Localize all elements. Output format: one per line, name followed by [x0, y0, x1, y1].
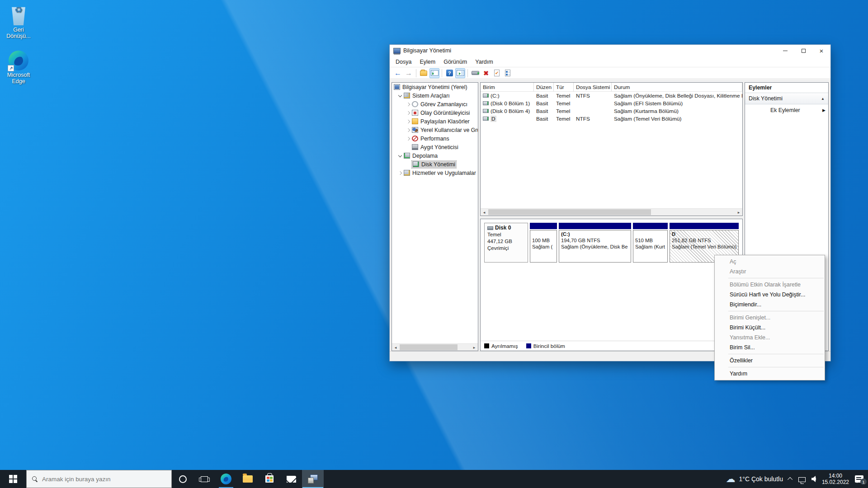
task-view-button[interactable] [193, 470, 215, 488]
cell-birim: D [491, 116, 496, 122]
toolbar: ← → ? ✖ [390, 67, 830, 79]
disk0-type: Temel [487, 231, 525, 238]
shortcut-arrow-icon: ↗ [8, 65, 14, 71]
back-button[interactable]: ← [393, 68, 403, 78]
column-dosya-sistemi[interactable]: Dosya Sistemi [574, 83, 612, 91]
tree-item-performans[interactable]: Performans [392, 134, 478, 143]
desktop-icon-recycle-bin[interactable]: ♻ Geri Dönüşü... [3, 6, 34, 39]
tree-item-olay-goruntuleyicisi[interactable]: Olay Görüntüleyicisi [392, 108, 478, 117]
computer-management-icon [308, 474, 318, 483]
column-durum[interactable]: Durum [612, 83, 742, 91]
check-button[interactable] [492, 68, 502, 78]
microsoft-store-button[interactable] [259, 470, 280, 488]
tree-item-hizmetler[interactable]: Hizmetler ve Uygulamalar [392, 169, 478, 177]
tree-item-yerel-kullanicilar[interactable]: Yerel Kullanıcılar ve Gru [392, 126, 478, 134]
tree-item-paylasilan-klasorler[interactable]: Paylaşılan Klasörler [392, 117, 478, 126]
menu-item-yansitma-ekle: Yansıtma Ekle... [715, 333, 825, 343]
tree-item-root[interactable]: Bilgisayar Yönetimi (Yerel) [392, 83, 478, 91]
menu-yardim[interactable]: Yardım [471, 57, 497, 67]
start-button[interactable] [0, 470, 26, 488]
tree-label: Performans [420, 136, 449, 142]
taskbar-search[interactable] [26, 470, 172, 488]
forward-button[interactable]: → [404, 68, 414, 78]
table-row[interactable]: (C:) Basit Temel NTFS Sağlam (Önyükleme,… [481, 92, 742, 99]
volume-icon [483, 117, 489, 121]
table-row[interactable]: (Disk 0 Bölüm 1) Basit Temel Sağlam (EFI… [481, 99, 742, 107]
menu-gorunum[interactable]: Görünüm [439, 57, 471, 67]
chevron-right-icon[interactable] [405, 103, 412, 106]
cell-duzen: Basit [534, 100, 554, 107]
column-birim[interactable]: Birim [481, 83, 534, 91]
partition-title: (C:) [561, 231, 629, 237]
search-input[interactable] [42, 476, 166, 483]
chevron-down-icon[interactable] [396, 95, 404, 97]
actions-item-ek-eylemler[interactable]: Ek Eylemler ▶ [745, 104, 828, 116]
volume-list-horizontal-scrollbar[interactable]: ◂ ▸ [481, 208, 742, 216]
delete-button[interactable]: ✖ [481, 68, 491, 78]
tree-label: Hizmetler ve Uygulamalar [412, 170, 476, 176]
disk-tool-button[interactable] [470, 68, 480, 78]
taskbar-edge-button[interactable] [215, 470, 237, 488]
weather-widget[interactable]: ☁ 1°C Çok bulutlu [726, 474, 783, 483]
scroll-right-arrow-icon[interactable]: ▸ [735, 209, 742, 216]
tree-item-gorev-zamanlayici[interactable]: Görev Zamanlayıcı [392, 100, 478, 108]
tree-item-aygit-yoneticisi[interactable]: Aygıt Yöneticisi [392, 143, 478, 151]
menu-item-birim-sil[interactable]: Birim Sil... [715, 343, 825, 352]
menu-item-surucu-harfi[interactable]: Sürücü Harfi ve Yolu Değiştir... [715, 290, 825, 300]
menu-dosya[interactable]: Dosya [392, 57, 415, 67]
system-tray: ☁ 1°C Çok bulutlu 14:00 15.02.2022 1 [726, 470, 868, 488]
export-list-button[interactable] [419, 68, 429, 78]
actions-group-label: Disk Yönetimi [749, 95, 821, 102]
scroll-left-arrow-icon[interactable]: ◂ [392, 344, 399, 351]
chevron-down-icon[interactable] [396, 155, 404, 157]
menu-item-birimi-kucult[interactable]: Birimi Küçült... [715, 323, 825, 333]
window-title: Bilgisayar Yönetimi [403, 47, 776, 54]
actions-group-disk-yonetimi[interactable]: Disk Yönetimi ▲ [745, 93, 828, 104]
chevron-right-icon[interactable] [405, 137, 412, 140]
close-button[interactable]: × [812, 45, 830, 56]
network-icon[interactable] [798, 477, 806, 482]
help-button[interactable]: ? [444, 68, 454, 78]
properties-button[interactable] [503, 68, 513, 78]
collapse-arrow-icon[interactable]: ▲ [821, 97, 825, 101]
menu-item-ozellikler[interactable]: Özellikler [715, 356, 825, 366]
volume-button[interactable] [811, 476, 816, 482]
scroll-left-arrow-icon[interactable]: ◂ [481, 209, 488, 216]
console-tree-toggle-button[interactable] [429, 68, 439, 78]
action-center-button[interactable]: 1 [855, 475, 863, 483]
taskbar-clock[interactable]: 14:00 15.02.2022 [822, 473, 849, 485]
maximize-button[interactable] [794, 45, 812, 56]
action-pane-toggle-button[interactable] [455, 68, 465, 78]
menu-item-bicimlendir[interactable]: Biçimlendir... [715, 300, 825, 310]
column-duzen[interactable]: Düzen [534, 83, 554, 91]
tray-overflow-chevron-icon[interactable] [788, 477, 793, 482]
table-row[interactable]: (Disk 0 Bölüm 4) Basit Temel Sağlam (Kur… [481, 107, 742, 115]
desktop-icon-microsoft-edge[interactable]: ↗ Microsoft Edge [3, 51, 34, 84]
tree-item-depolama[interactable]: Depolama [392, 151, 478, 160]
computer-management-taskbar-button[interactable] [302, 470, 324, 488]
chevron-right-icon[interactable] [405, 120, 412, 123]
chevron-right-icon[interactable] [396, 172, 404, 174]
mail-button[interactable] [280, 470, 302, 488]
chevron-right-icon[interactable] [405, 129, 412, 131]
disk-management-icon [413, 161, 419, 167]
file-explorer-button[interactable] [237, 470, 259, 488]
column-tur[interactable]: Tür [554, 83, 574, 91]
tree-item-disk-yonetimi[interactable]: Disk Yönetimi [392, 160, 478, 169]
partition-recovery[interactable]: 510 MB Sağlam (Kurt [633, 223, 668, 263]
partition-c[interactable]: (C:) 194,70 GB NTFS Sağlam (Önyükleme, D… [559, 223, 631, 263]
chevron-right-icon[interactable] [405, 112, 412, 114]
tree-horizontal-scrollbar[interactable]: ◂ ▸ [392, 343, 478, 351]
menu-eylem[interactable]: Eylem [415, 57, 439, 67]
scroll-right-arrow-icon[interactable]: ▸ [471, 344, 478, 351]
title-bar[interactable]: Bilgisayar Yönetimi × [390, 45, 830, 56]
menu-item-yardim[interactable]: Yardım [715, 369, 825, 379]
tree-item-sistem-araclari[interactable]: Sistem Araçları [392, 91, 478, 100]
cortana-button[interactable] [172, 470, 193, 488]
minimize-button[interactable] [776, 45, 794, 56]
partition-efi[interactable]: 100 MB Sağlam ( [530, 223, 557, 263]
disk0-label-box[interactable]: Disk 0 Temel 447,12 GB Çevrimiçi [484, 223, 528, 263]
scrollbar-thumb[interactable] [400, 344, 458, 350]
table-row[interactable]: D Basit Temel NTFS Sağlam (Temel Veri Bö… [481, 115, 742, 122]
scrollbar-thumb[interactable] [488, 209, 651, 215]
